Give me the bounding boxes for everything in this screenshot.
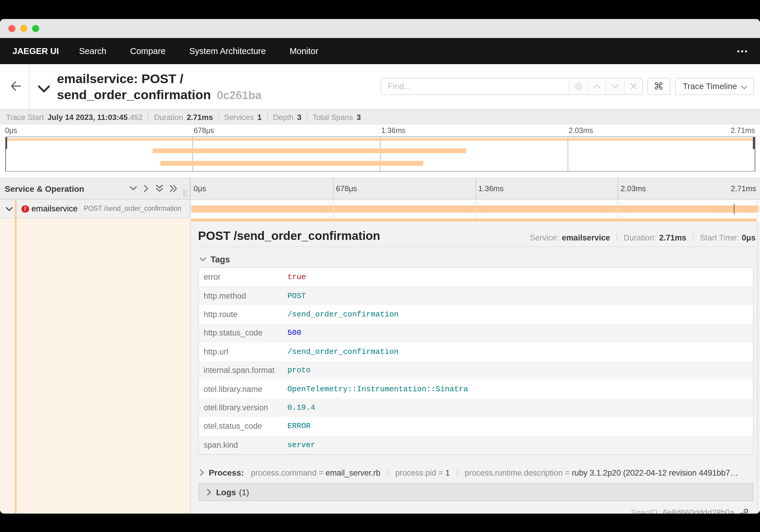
close-window-button[interactable] [8, 24, 16, 32]
tag-value: 500 [287, 329, 301, 338]
process-label: Process: [209, 468, 244, 477]
minimap-axis-tick: 1.36ms [381, 126, 405, 134]
tag-row-http.status_code[interactable]: http.status_code500 [199, 323, 753, 342]
collapse-all-icon[interactable] [156, 185, 163, 192]
tag-row-otel.library.version[interactable]: otel.library.version0.19.4 [199, 398, 753, 417]
minimap-right-grip[interactable] [753, 137, 755, 149]
collapse-trace-header-chevron-icon[interactable] [38, 85, 50, 93]
find-locate-button[interactable] [569, 78, 587, 94]
timeline-row-gridline [618, 200, 618, 218]
process-item-process.runtime.description: process.runtime.description = ruby 3.1.2… [465, 468, 738, 477]
span-service-name: emailservice [31, 204, 78, 214]
tag-row-otel.status_code[interactable]: otel.status_codeERROR [199, 417, 753, 436]
tag-key: http.status_code [199, 329, 287, 338]
tag-row-span.kind[interactable]: span.kindserver [199, 436, 753, 454]
back-arrow-icon[interactable] [11, 81, 21, 91]
span-detail-meta: Service:emailservice Duration:2.71ms Sta… [530, 233, 756, 242]
tag-key: otel.library.version [199, 403, 287, 412]
trace-start-label: Trace Start [6, 113, 44, 121]
span-detail-panel: POST /send_order_confirmation Service:em… [191, 221, 760, 513]
find-input[interactable] [381, 78, 569, 94]
timeline-row-gridline [333, 200, 334, 218]
nav-item-search[interactable]: Search [67, 46, 118, 56]
span-bar-cell[interactable] [191, 200, 760, 218]
timeline-header-tick-label: 678μs [336, 184, 357, 193]
span-log-marker[interactable] [734, 203, 735, 214]
trace-page-header: emailservice: POST / send_order_confirma… [0, 64, 760, 109]
tag-value: /send_order_confirmation [287, 347, 399, 356]
span-color-accent-strip [15, 200, 16, 513]
tag-row-http.url[interactable]: http.url/send_order_confirmation [199, 342, 753, 361]
span-id-row: SpanID: 6e8d660dddd28b0a [631, 508, 748, 513]
timeline-header-tick-label: 2.71ms [731, 184, 756, 193]
tags-accordion-header[interactable]: Tags [199, 255, 230, 264]
nav-overflow-menu[interactable] [737, 38, 747, 64]
nav-item-system-architecture[interactable]: System Architecture [177, 46, 278, 56]
tag-row-http.route[interactable]: http.route/send_order_confirmation [199, 305, 753, 324]
expand-one-icon[interactable] [144, 185, 149, 192]
collapse-one-icon[interactable] [129, 186, 137, 191]
ellipsis-icon [737, 50, 747, 53]
zoom-window-button[interactable] [32, 24, 39, 32]
span-detail-left-column [0, 218, 191, 513]
tag-row-otel.library.name[interactable]: otel.library.nameOpenTelemetry::Instrume… [199, 380, 753, 398]
timeline-header-tick-label: 0μs [194, 184, 206, 193]
trace-minimap[interactable] [5, 137, 755, 171]
trace-view-selector-label: Trace Timeline [683, 81, 737, 91]
tag-key: http.route [199, 310, 287, 319]
tag-value: ERROR [287, 422, 310, 431]
link-icon[interactable] [739, 508, 748, 513]
minimap-gridline [568, 137, 568, 171]
divider [148, 113, 149, 121]
minimap-axis-tick: 2.03ms [569, 126, 593, 134]
tag-row-internal.span.format[interactable]: internal.span.formatproto [199, 361, 753, 380]
timeline-ticks-header: 0μs678μs1.36ms2.03ms2.71ms [191, 178, 760, 199]
divider [307, 113, 307, 121]
find-next-button[interactable] [606, 78, 624, 94]
services-value: 1 [258, 113, 261, 121]
divider [693, 234, 693, 241]
trace-view-selector[interactable]: Trace Timeline [675, 77, 754, 95]
find-prev-button[interactable] [587, 78, 606, 94]
chevron-down-icon [741, 85, 747, 89]
expand-all-icon[interactable] [170, 185, 177, 192]
locate-icon [574, 82, 583, 91]
tag-row-http.method[interactable]: http.methodPOST [199, 286, 753, 305]
depth-label: Depth [273, 113, 293, 121]
chevron-down-icon [611, 83, 619, 89]
span-name-cell[interactable]: ! emailservice POST /send_order_confirma… [0, 200, 191, 218]
nav-item-compare[interactable]: Compare [118, 46, 177, 56]
logs-label: Logs [216, 487, 236, 497]
logs-accordion-header[interactable]: Logs (1) [198, 483, 753, 501]
minimap-gridline [380, 137, 381, 171]
command-icon: ⌘ [654, 80, 664, 92]
find-clear-button[interactable] [624, 78, 642, 94]
keyboard-shortcuts-button[interactable]: ⌘ [647, 77, 670, 95]
minimap-axis-tick: 678μs [194, 126, 214, 134]
jaeger-logo[interactable]: JAEGER UI [13, 46, 59, 56]
minimap-axis-tick: 2.71ms [731, 126, 755, 134]
minimize-window-button[interactable] [20, 24, 27, 32]
nav-item-monitor[interactable]: Monitor [278, 46, 330, 56]
chevron-up-icon [593, 83, 601, 89]
tag-key: http.url [199, 347, 287, 356]
span-operation-name: POST /send_order_confirmation [84, 205, 181, 212]
trace-start-value: July 14 2023, 11:03:45.452 [48, 113, 143, 121]
span-duration-bar[interactable] [191, 206, 759, 212]
minimap-left-grip[interactable] [5, 137, 7, 149]
tag-key: internal.span.format [199, 366, 287, 375]
minimap-span-bar [153, 148, 466, 153]
duration-value: 2.71ms [659, 233, 687, 242]
tag-key: error [199, 272, 287, 281]
column-resizer-handle[interactable] [182, 189, 187, 197]
divider [617, 234, 617, 241]
services-label: Services [224, 113, 254, 121]
duration-value: 2.71ms [187, 113, 213, 121]
span-collapse-chevron-icon[interactable] [5, 207, 13, 212]
timeline-header-tick-label: 1.36ms [478, 184, 503, 193]
span-row[interactable]: ! emailservice POST /send_order_confirma… [0, 200, 760, 218]
duration-label: Duration [154, 113, 183, 121]
process-accordion-header[interactable]: Process: process.command = email_server.… [199, 467, 753, 479]
tag-row-error[interactable]: errortrue [199, 268, 753, 286]
minimap-axis-tick: 0μs [5, 126, 17, 134]
